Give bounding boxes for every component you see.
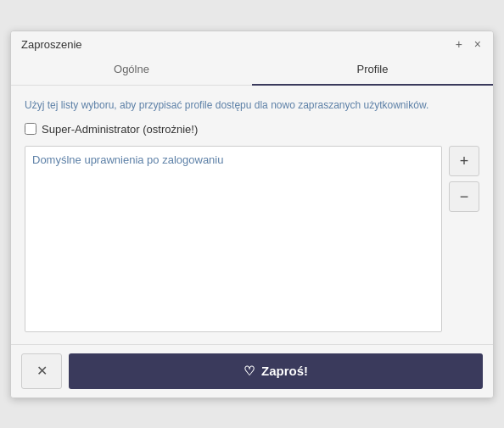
- tab-ogolne[interactable]: Ogólne: [11, 54, 252, 86]
- cancel-button[interactable]: ✕: [21, 353, 62, 389]
- invite-button[interactable]: ♡ Zaproś!: [69, 353, 483, 389]
- dialog-body: Użyj tej listy wyboru, aby przypisać pro…: [11, 86, 493, 344]
- add-icon-button[interactable]: +: [454, 38, 464, 50]
- invitation-dialog: Zaproszenie + × Ogólne Profile Użyj tej …: [10, 31, 494, 398]
- super-admin-label[interactable]: Super-Administrator (ostrożnie!): [42, 123, 198, 136]
- heart-icon: ♡: [244, 364, 255, 379]
- permissions-list-box[interactable]: Domyślne uprawnienia po zalogowaniu: [25, 146, 442, 332]
- cancel-icon: ✕: [36, 363, 48, 379]
- checkbox-row: Super-Administrator (ostrożnie!): [25, 123, 479, 136]
- list-action-buttons: + −: [449, 146, 479, 212]
- remove-permission-button[interactable]: −: [449, 181, 479, 212]
- list-item: Domyślne uprawnienia po zalogowaniu: [32, 153, 434, 166]
- super-admin-checkbox[interactable]: [25, 123, 36, 135]
- list-section: Domyślne uprawnienia po zalogowaniu + −: [25, 146, 479, 332]
- close-icon-button[interactable]: ×: [473, 38, 483, 50]
- dialog-header: Zaproszenie + ×: [11, 31, 493, 54]
- dialog-footer: ✕ ♡ Zaproś!: [11, 344, 493, 397]
- header-icons: + ×: [454, 38, 483, 50]
- invite-label: Zaproś!: [261, 364, 308, 378]
- description-text: Użyj tej listy wyboru, aby przypisać pro…: [25, 97, 479, 113]
- tab-bar: Ogólne Profile: [11, 54, 493, 86]
- add-permission-button[interactable]: +: [449, 146, 479, 176]
- tab-profile[interactable]: Profile: [252, 54, 493, 86]
- dialog-title: Zaproszenie: [21, 38, 82, 51]
